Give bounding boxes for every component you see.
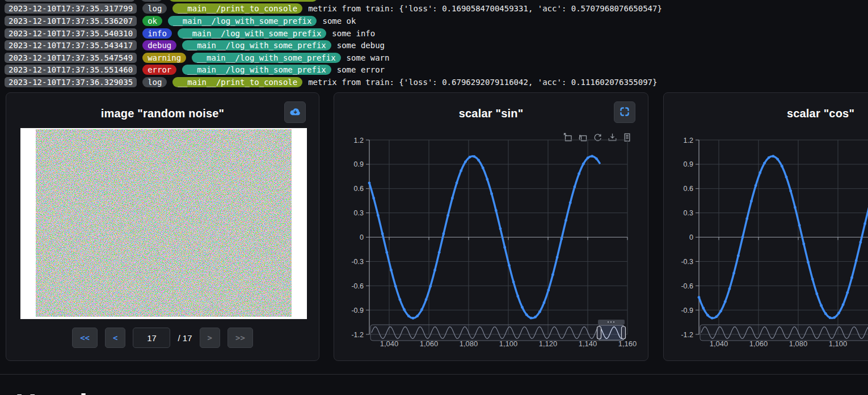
- log-source-badge: __main__/log_with_some_prefix: [182, 40, 331, 50]
- card-title: scalar "sin": [334, 107, 648, 120]
- log-level-badge: log: [142, 77, 167, 87]
- image-canvas: [20, 128, 307, 319]
- log-message: some info: [332, 29, 375, 38]
- log-source-badge: __main__/print_to_console: [172, 3, 302, 14]
- fullscreen-expand-icon: [620, 107, 630, 118]
- log-source-badge: __main__/log_with_some_prefix: [182, 65, 331, 75]
- log-message: metrix from train: {'loss': 0.6796292079…: [308, 78, 657, 87]
- log-level-badge: log: [142, 3, 167, 14]
- prev-page-button[interactable]: <: [105, 328, 125, 348]
- fullscreen-button[interactable]: [614, 101, 635, 123]
- y-axis-label: -0.3: [681, 258, 693, 266]
- log-row: 2023-12-10T17:37:35.543417debug__main__/…: [0, 39, 868, 52]
- next-page-button[interactable]: >: [200, 328, 220, 348]
- log-row: 2023-12-10T17:37:35.536207ok__main__/log…: [0, 15, 868, 27]
- y-axis-label: -1.2: [351, 331, 364, 339]
- sin-chart-card: scalar "sin" 1.20.90.60.30-0.3-0.6-0.9-1…: [334, 92, 648, 361]
- log-source-badge: [168, 0, 318, 2]
- log-row: 2023-12-10T17:37:35.540310info__main__/l…: [0, 27, 868, 40]
- datazoom-slider[interactable]: [370, 320, 626, 341]
- log-row: 2023-12-10T17:37:35.547549warning__main_…: [0, 52, 868, 64]
- log-row: 2023-12-10T17:37:35.551460error__main__/…: [0, 64, 868, 77]
- log-console: 2023-12-10T17:37:35.317799log__main__/pr…: [0, 0, 868, 88]
- y-axis-label: 0.6: [354, 185, 364, 193]
- cloud-download-icon: [289, 107, 301, 118]
- log-message: metrix from train: {'loss': 0.1690584700…: [308, 4, 662, 13]
- y-axis-label: 0: [689, 233, 693, 241]
- datazoom-handle[interactable]: [597, 326, 601, 339]
- log-timestamp: 2023-12-10T17:37:35.543417: [5, 40, 137, 50]
- cos-chart[interactable]: 1.20.90.60.30-0.3-0.6-0.9-1.21,0401,0601…: [664, 130, 868, 359]
- log-timestamp: 2023-12-10T17:37:36.329035: [5, 77, 137, 87]
- y-axis-label: 1.2: [354, 137, 364, 145]
- cos-chart-card: scalar "cos" 1.20.90.60.30-0.3-0.6-0.9-1…: [663, 92, 868, 361]
- y-axis-label: 0.9: [354, 160, 364, 168]
- y-axis-label: -0.6: [681, 282, 693, 290]
- last-page-button[interactable]: >>: [227, 328, 253, 348]
- image-card: image "random noise": [6, 92, 319, 361]
- next-section-heading: Head: [15, 390, 87, 395]
- y-axis-label: -0.6: [351, 282, 364, 290]
- image-pagination: << < / 17 > >>: [6, 328, 319, 348]
- first-page-button[interactable]: <<: [72, 328, 98, 348]
- page-total-label: / 17: [178, 333, 192, 343]
- log-level-badge: ok: [142, 16, 162, 26]
- sin-chart[interactable]: 1.20.90.60.30-0.3-0.6-0.9-1.21,0401,0601…: [334, 130, 648, 359]
- section-divider: [0, 374, 868, 375]
- y-axis-label: -0.3: [351, 258, 364, 266]
- log-level-badge: error: [142, 65, 176, 75]
- log-message: some error: [337, 65, 385, 74]
- y-axis-label: 0.3: [684, 209, 693, 217]
- download-image-button[interactable]: [284, 101, 306, 123]
- log-timestamp: 2023-12-10T17:37:35.547549: [5, 53, 137, 63]
- log-level-badge: [140, 0, 163, 2]
- log-row: 2023-12-10T17:37:36.329035log__main__/pr…: [0, 76, 868, 88]
- y-axis-label: 0.9: [684, 160, 693, 168]
- log-source-badge: __main__/print_to_console: [172, 77, 302, 87]
- log-level-badge: info: [142, 28, 172, 39]
- card-title: scalar "cos": [664, 107, 868, 120]
- datazoom-handle[interactable]: [622, 326, 626, 339]
- y-axis-label: -0.9: [681, 307, 693, 315]
- log-source-badge: __main__/log_with_some_prefix: [192, 53, 340, 63]
- log-message: some debug: [337, 41, 385, 50]
- log-message: some ok: [322, 16, 356, 26]
- log-level-badge: warning: [142, 53, 186, 63]
- y-axis-label: 0.6: [684, 185, 693, 193]
- datazoom-slider[interactable]: [700, 320, 868, 341]
- page-number-input[interactable]: [133, 328, 170, 348]
- y-axis-label: 1.2: [684, 137, 693, 145]
- log-timestamp: 2023-12-10T17:37:35.551460: [5, 65, 137, 75]
- y-axis-label: -0.9: [351, 307, 364, 315]
- y-axis-label: 0.3: [354, 209, 364, 217]
- y-axis-label: -1.2: [681, 331, 693, 339]
- log-row: 2023-12-10T17:37:35.317799log__main__/pr…: [0, 3, 868, 15]
- log-level-badge: debug: [142, 40, 176, 50]
- card-title: image "random noise": [6, 107, 319, 120]
- log-timestamp: 2023-12-10T17:37:35.540310: [5, 28, 137, 39]
- log-timestamp: 2023-12-10T17:37:35.317799: [5, 3, 137, 14]
- log-timestamp: [5, 0, 134, 2]
- random-noise-image: [36, 129, 292, 317]
- y-axis-label: 0: [360, 233, 364, 241]
- log-timestamp: 2023-12-10T17:37:35.536207: [5, 16, 137, 26]
- log-source-badge: __main__/log_with_some_prefix: [168, 16, 317, 26]
- log-source-badge: __main__/log_with_some_prefix: [178, 28, 326, 39]
- log-message: some warn: [347, 53, 390, 62]
